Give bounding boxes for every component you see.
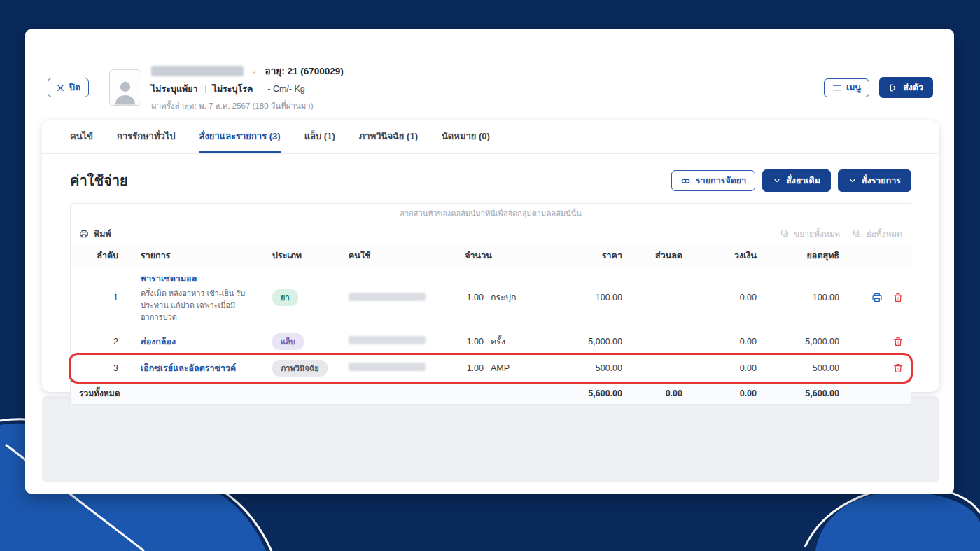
tab-orders[interactable]: สั่งยาและรายการ (3) [200,120,281,153]
column-header-item[interactable]: รายการ [127,244,260,267]
table-row: 2 ส่องกล้อง แล็บ 1.00 ครั้ง 5,000.00 0.0… [71,328,911,355]
patient-allergy: ไม่ระบุแพ้ยา [151,82,198,96]
order-items-button[interactable]: สั่งรายการ [838,169,911,192]
cell-type: แล็บ [260,329,330,354]
cell-type: ภาพวินิจฉัย [260,356,330,381]
cell-credit: 0.00 [685,359,760,377]
cell-qty: 1.00 ครั้ง [438,330,526,353]
reorder-drugs-button[interactable]: สั่งยาเดิม [762,169,831,192]
expand-all-icon [780,229,790,238]
menu-label: เมนู [846,81,861,95]
desktop-background: ปิด ♀ อายุ: 21 (6700029) ไม่ระบุแพ้ยา [0,0,980,551]
type-badge: ยา [272,289,298,306]
column-header-credit[interactable]: วงเงิน [685,244,760,267]
trash-icon [892,336,904,347]
person-icon [113,78,137,105]
tab-label: นัดหมาย (0) [442,129,490,144]
tab-imaging[interactable]: ภาพวินิจฉัย (1) [359,120,418,153]
expenses-table: ลากส่วนหัวของคอลัมน์มาที่นี่เพื่อจัดกลุ่… [70,203,911,405]
cell-qty: 1.00 AMP [438,359,526,377]
divider [99,77,99,98]
cell-net: 500.00 [760,359,842,377]
group-hint-text: ลากส่วนหัวของคอลัมน์มาที่นี่เพื่อจัดกลุ่… [400,207,582,220]
refer-label: ส่งตัว [903,81,923,95]
chevron-down-icon [848,176,857,185]
table-toolbar: พิมพ์ ขยายทั้งหมด ย่อทั้งหมด [71,223,911,244]
trash-icon [892,292,904,303]
patient-disease: ไม่ระบุโรค [213,82,253,96]
cell-item: พาราเซตามอล ครึ่งเม็ด หลังอาหาร เช้า-เย็… [127,267,260,328]
cell-credit: 0.00 [685,333,760,351]
dispense-list-button[interactable]: รายการจัดยา [671,170,755,191]
cell-actions [842,358,911,378]
qty-value: 1.00 [445,293,484,302]
redacted-user-value [349,293,426,301]
item-link[interactable]: เอ็กซเรย์และอัลตราซาวด์ [141,363,236,373]
cell-discount [624,293,685,302]
collapse-all-button[interactable]: ย่อทั้งหมด [853,227,902,240]
menu-button[interactable]: เมนู [824,78,869,97]
column-header-no[interactable]: ลำดับ [71,244,127,267]
qty-value: 1.00 [445,363,484,373]
patient-info: ♀ อายุ: 21 (6700029) ไม่ระบุแพ้ยา ไม่ระบ… [151,63,344,112]
patient-age: อายุ: 21 (6700029) [265,63,344,78]
unit-value: ครั้ง [491,335,505,349]
cell-no: 3 [71,359,127,377]
column-header-discount[interactable]: ส่วนลด [624,244,685,267]
total-price: 5,600.00 [526,384,624,403]
close-button[interactable]: ปิด [48,78,89,97]
column-header-net[interactable]: ยอดสุทธิ [760,244,842,267]
print-button[interactable]: พิมพ์ [79,227,111,241]
column-header-user[interactable]: คนใช้ [330,244,438,267]
cell-user [330,288,438,307]
expand-all-label: ขยายทั้งหมด [794,227,840,240]
app-window: ปิด ♀ อายุ: 21 (6700029) ไม่ระบุแพ้ยา [25,29,954,494]
tab-general-treatment[interactable]: การรักษาทั่วไป [117,120,176,153]
column-header-type[interactable]: ประเภท [260,244,330,267]
cell-no: 1 [71,288,127,307]
item-link[interactable]: ส่องกล้อง [141,337,176,347]
table-footer-row: รวมทั้งหมด 5,600.00 0.00 0.00 5,600.00 [71,382,911,404]
trash-icon [892,363,904,374]
tab-patient[interactable]: คนไข้ [70,120,93,153]
row-delete-button[interactable] [892,336,904,347]
cell-user [330,358,438,377]
content-card: คนไข้ การรักษาทั่วไป สั่งยาและรายการ (3)… [42,120,939,392]
expand-all-button[interactable]: ขยายทั้งหมด [780,227,840,240]
patient-avatar [109,69,141,106]
item-link[interactable]: พาราเซตามอล [141,274,197,284]
cell-actions [842,288,911,307]
cell-item: เอ็กซเรย์และอัลตราซาวด์ [127,357,260,379]
total-net: 5,600.00 [760,384,842,403]
tab-appointments[interactable]: นัดหมาย (0) [442,120,490,153]
column-header-qty[interactable]: จำนวน [438,244,526,267]
close-icon [56,83,65,92]
unit-value: กระปุก [491,291,517,305]
cell-qty: 1.00 กระปุก [438,286,526,309]
tab-label: สั่งยาและรายการ (3) [200,129,281,144]
page-title: ค่าใช้จ่าย [70,169,128,192]
row-print-button[interactable] [872,292,883,303]
patient-metrics: - Cm/- Kg [267,84,304,94]
table-row-highlighted: 3 เอ็กซเรย์และอัลตราซาวด์ ภาพวินิจฉัย 1.… [71,355,911,382]
refer-button[interactable]: ส่งตัว [879,77,933,98]
page-background-panel [42,396,939,482]
cell-price: 500.00 [526,359,624,377]
cell-actions [842,332,911,351]
type-badge: แล็บ [272,333,304,350]
column-header-actions [842,251,911,260]
total-label: รวมทั้งหมด [71,382,526,404]
cell-discount [624,364,685,372]
column-header-price[interactable]: ราคา [526,244,624,267]
printer-icon [79,229,89,239]
redacted-user-value [349,363,426,371]
tab-label: คนไข้ [70,129,93,144]
table-header-row: ลำดับ รายการ ประเภท คนใช้ จำนวน ราคา ส่ว… [71,244,911,267]
row-delete-button[interactable] [892,363,904,374]
footer-actions-spacer [842,389,911,398]
tab-label: ภาพวินิจฉัย (1) [359,129,418,144]
order-items-label: สั่งรายการ [862,174,901,188]
group-by-drop-zone[interactable]: ลากส่วนหัวของคอลัมน์มาที่นี่เพื่อจัดกลุ่… [71,204,911,223]
row-delete-button[interactable] [892,292,904,303]
tab-lab[interactable]: แล็บ (1) [304,120,335,153]
